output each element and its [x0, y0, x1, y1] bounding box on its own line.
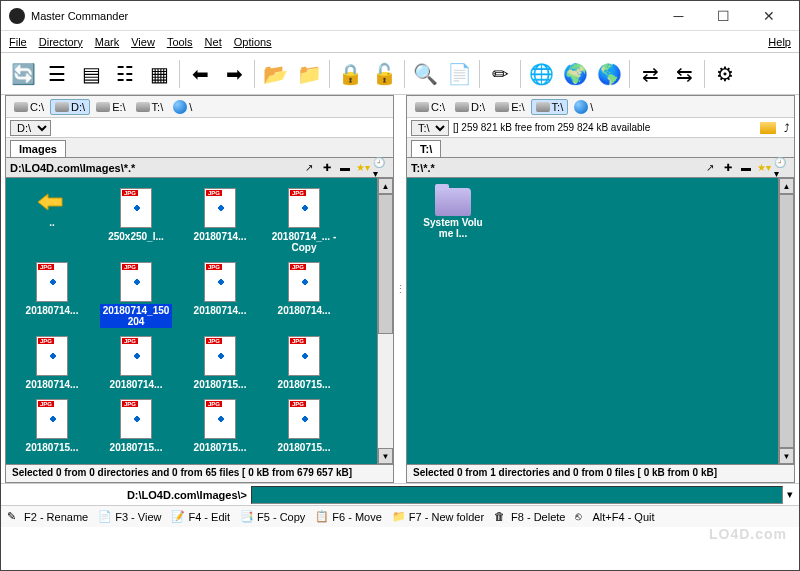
left-tab[interactable]: Images [10, 140, 66, 157]
file-item[interactable]: JPG20180715... [182, 334, 258, 393]
file-label: 20180715... [24, 441, 81, 454]
scroll-down-icon[interactable]: ▼ [378, 448, 393, 464]
cmd-dropdown-icon[interactable]: ▾ [787, 488, 793, 501]
menu-mark[interactable]: Mark [95, 36, 119, 48]
file-item[interactable]: JPG20180714_... - Copy [266, 186, 342, 256]
gear-icon[interactable]: ⚙ [709, 58, 741, 90]
fav-icon[interactable]: ★▾ [355, 160, 371, 176]
fkey-f5[interactable]: 📑F5 - Copy [240, 510, 305, 524]
file-item[interactable]: JPG20180714_150204 [98, 260, 174, 330]
command-input[interactable] [251, 486, 783, 504]
fav-icon[interactable]: ★▾ [756, 160, 772, 176]
hist-icon[interactable]: 🕘▾ [373, 160, 389, 176]
search-icon[interactable]: 🔍 [409, 58, 441, 90]
goto-icon[interactable]: ↗ [301, 160, 317, 176]
drive-button-e[interactable]: E:\ [491, 100, 528, 114]
edit-icon[interactable]: ✏ [484, 58, 516, 90]
fkey-f2[interactable]: ✎F2 - Rename [7, 510, 88, 524]
left-scrollbar[interactable]: ▲ ▼ [377, 178, 393, 464]
file-item[interactable]: JPG20180715... [182, 397, 258, 456]
scroll-up-icon[interactable]: ▲ [378, 178, 393, 194]
menu-help[interactable]: Help [768, 36, 791, 48]
menu-options[interactable]: Options [234, 36, 272, 48]
folder-up-small-icon[interactable]: ⤴ [784, 122, 790, 134]
view-list-icon[interactable]: ☰ [41, 58, 73, 90]
file-item[interactable]: JPG20180715... [266, 397, 342, 456]
hist-icon[interactable]: 🕘▾ [774, 160, 790, 176]
menu-view[interactable]: View [131, 36, 155, 48]
right-file-grid[interactable]: System Volume I... [407, 178, 778, 464]
network-drive-button[interactable]: \ [169, 99, 196, 115]
scroll-up-icon[interactable]: ▲ [779, 178, 794, 194]
drive-button-d[interactable]: D:\ [451, 100, 489, 114]
minimize-button[interactable]: ─ [656, 2, 701, 30]
close-button[interactable]: ✕ [746, 2, 791, 30]
fkey-f3[interactable]: 📄F3 - View [98, 510, 161, 524]
drive-button-d[interactable]: D:\ [50, 99, 90, 115]
file-item[interactable]: JPG20180714... [14, 334, 90, 393]
maximize-button[interactable]: ☐ [701, 2, 746, 30]
left-file-grid[interactable]: ..JPG250x250_l...JPG20180714...JPG201807… [6, 178, 377, 464]
left-drive-select[interactable]: D:\ [10, 120, 51, 136]
file-label: 20180714... [24, 304, 81, 317]
drive-button-t[interactable]: T:\ [531, 99, 569, 115]
view-tree-icon[interactable]: ☷ [109, 58, 141, 90]
drive-icon [455, 102, 469, 112]
drive-button-c[interactable]: C:\ [10, 100, 48, 114]
del-icon[interactable]: ▬ [738, 160, 754, 176]
file-item[interactable]: JPG20180715... [14, 397, 90, 456]
menu-tools[interactable]: Tools [167, 36, 193, 48]
new-icon[interactable]: ✚ [319, 160, 335, 176]
folder-icon[interactable] [760, 122, 776, 134]
menu-net[interactable]: Net [205, 36, 222, 48]
file-item[interactable]: JPG20180714... [266, 260, 342, 330]
view-thumbs-icon[interactable]: ▦ [143, 58, 175, 90]
menu-file[interactable]: File [9, 36, 27, 48]
fkey-f7[interactable]: 📁F7 - New folder [392, 510, 484, 524]
network-drive-button[interactable]: \ [570, 99, 597, 115]
globe-down-icon[interactable]: 🌐 [525, 58, 557, 90]
file-item[interactable]: JPG20180715... [266, 334, 342, 393]
drive-button-e[interactable]: E:\ [92, 100, 129, 114]
fkey-f8[interactable]: 🗑F8 - Delete [494, 510, 565, 524]
globe-up-icon[interactable]: 🌍 [559, 58, 591, 90]
fkey-f6[interactable]: 📋F6 - Move [315, 510, 382, 524]
left-pane: C:\D:\E:\T:\\ D:\ Images D:\LO4D.com\Ima… [5, 95, 394, 483]
parent-folder-item[interactable]: .. [14, 186, 90, 256]
file-label: 20180714... [276, 304, 333, 317]
globe-folder-icon[interactable]: 🌎 [593, 58, 625, 90]
folder-item[interactable]: System Volume I... [415, 186, 491, 242]
file-item[interactable]: JPG20180715... [98, 397, 174, 456]
compare-icon[interactable]: ⇄ [634, 58, 666, 90]
sync-icon[interactable]: ⇆ [668, 58, 700, 90]
scroll-down-icon[interactable]: ▼ [779, 448, 794, 464]
folder-up-icon[interactable]: 📁 [293, 58, 325, 90]
file-item[interactable]: JPG20180714... [98, 334, 174, 393]
right-scrollbar[interactable]: ▲ ▼ [778, 178, 794, 464]
del-icon[interactable]: ▬ [337, 160, 353, 176]
lock-open-icon[interactable]: 🔓 [368, 58, 400, 90]
drive-button-c[interactable]: C:\ [411, 100, 449, 114]
pane-splitter[interactable] [398, 95, 402, 483]
menu-directory[interactable]: Directory [39, 36, 83, 48]
file-item[interactable]: JPG20180714... [182, 260, 258, 330]
fkey-f4[interactable]: 📝F4 - Edit [171, 510, 230, 524]
arrow-left-icon[interactable]: ⬅ [184, 58, 216, 90]
file-label: 20180714... [24, 378, 81, 391]
right-drive-select[interactable]: T:\ [411, 120, 449, 136]
arrow-right-icon[interactable]: ➡ [218, 58, 250, 90]
refresh-icon[interactable]: 🔄 [7, 58, 39, 90]
lock-icon[interactable]: 🔒 [334, 58, 366, 90]
goto-icon[interactable]: ↗ [702, 160, 718, 176]
file-item[interactable]: JPG20180714... [182, 186, 258, 256]
folder-open-icon[interactable]: 📂 [259, 58, 291, 90]
drive-button-t[interactable]: T:\ [132, 100, 168, 114]
note-icon[interactable]: 📄 [443, 58, 475, 90]
right-tab[interactable]: T:\ [411, 140, 441, 157]
new-icon[interactable]: ✚ [720, 160, 736, 176]
file-item[interactable]: JPG20180714... [14, 260, 90, 330]
view-detail-icon[interactable]: ▤ [75, 58, 107, 90]
file-item[interactable]: JPG250x250_l... [98, 186, 174, 256]
fkey-alt-f4[interactable]: ⎋Alt+F4 - Quit [575, 510, 654, 524]
file-label: System Volume I... [417, 216, 489, 240]
